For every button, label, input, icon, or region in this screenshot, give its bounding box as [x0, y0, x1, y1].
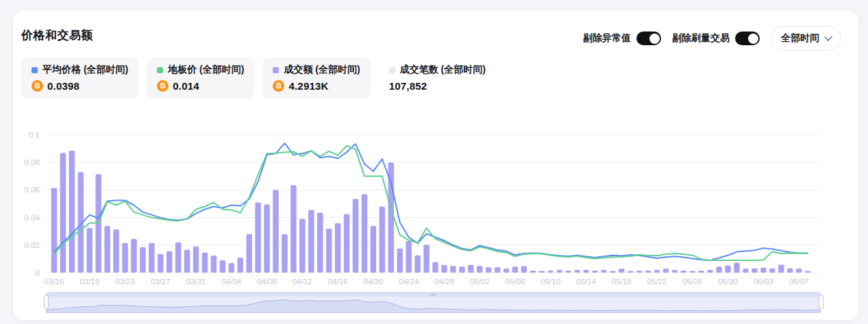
volume-bar[interactable] — [60, 153, 66, 273]
volume-bar[interactable] — [663, 269, 669, 273]
volume-bar[interactable] — [716, 266, 722, 273]
volume-bar[interactable] — [486, 267, 492, 273]
x-axis-tick-label: 04/28 — [434, 277, 454, 286]
volume-bar[interactable] — [636, 271, 643, 273]
volume-bar[interactable] — [654, 270, 660, 273]
volume-bar[interactable] — [645, 271, 652, 273]
volume-bar[interactable] — [734, 263, 740, 273]
x-axis-tick-label: 04/12 — [293, 277, 312, 286]
volume-bar[interactable] — [565, 271, 571, 273]
volume-bar[interactable] — [805, 271, 811, 273]
volume-bar[interactable] — [193, 247, 199, 273]
volume-bar[interactable] — [290, 185, 297, 273]
volume-bar[interactable] — [326, 229, 332, 273]
volume-bar[interactable] — [344, 214, 350, 273]
x-axis-tick-label: 03/15 — [45, 277, 64, 286]
volume-bar[interactable] — [495, 267, 501, 273]
brush-grip-icon[interactable] — [430, 293, 436, 296]
volume-bar[interactable] — [628, 271, 634, 273]
brush-handle-right[interactable] — [819, 295, 823, 309]
volume-bar[interactable] — [122, 243, 128, 273]
volume-bar[interactable] — [547, 271, 554, 273]
volume-bar[interactable] — [273, 190, 279, 273]
volume-bar[interactable] — [530, 271, 536, 273]
floor-price-line[interactable] — [54, 146, 808, 260]
volume-bar[interactable] — [698, 271, 704, 273]
volume-bar[interactable] — [317, 213, 323, 273]
volume-bar[interactable] — [362, 194, 368, 273]
x-axis-tick-label: 03/19 — [79, 277, 99, 286]
volume-bar[interactable] — [574, 270, 580, 273]
volume-bar[interactable] — [468, 265, 474, 273]
volume-bar[interactable] — [149, 243, 155, 273]
volume-bar[interactable] — [414, 256, 421, 273]
volume-bar[interactable] — [796, 269, 802, 273]
volume-bar[interactable] — [725, 266, 731, 273]
volume-bar[interactable] — [787, 269, 793, 273]
x-axis-tick-label: 04/20 — [363, 277, 383, 286]
volume-bar[interactable] — [441, 265, 447, 273]
volume-bar[interactable] — [423, 245, 430, 273]
volume-bar[interactable] — [282, 234, 288, 273]
volume-bar[interactable] — [211, 256, 217, 273]
brush-handle-left[interactable] — [44, 295, 49, 309]
volume-bar[interactable] — [175, 242, 181, 273]
volume-bar[interactable] — [610, 271, 616, 273]
volume-bar[interactable] — [672, 270, 678, 273]
volume-bar[interactable] — [743, 269, 749, 273]
volume-bar[interactable] — [69, 151, 75, 273]
volume-bar[interactable] — [681, 271, 687, 273]
volume-bar[interactable] — [707, 270, 713, 273]
volume-bar[interactable] — [380, 207, 386, 273]
volume-bar[interactable] — [158, 254, 164, 273]
volume-bar[interactable] — [760, 268, 767, 273]
volume-bar[interactable] — [512, 266, 519, 273]
volume-bar[interactable] — [504, 269, 510, 273]
brush-top-strip[interactable] — [46, 292, 821, 297]
volume-bar[interactable] — [202, 253, 208, 273]
volume-bar[interactable] — [769, 269, 776, 273]
x-axis-tick-label: 03/23 — [115, 277, 135, 286]
volume-bar[interactable] — [521, 266, 528, 273]
volume-bar[interactable] — [592, 271, 598, 273]
volume-bar[interactable] — [87, 228, 93, 273]
volume-bar[interactable] — [220, 260, 226, 273]
volume-bar[interactable] — [51, 188, 58, 273]
volume-bar[interactable] — [556, 270, 562, 273]
volume-bar[interactable] — [246, 234, 252, 273]
volume-bar[interactable] — [450, 266, 456, 273]
volume-bar[interactable] — [477, 266, 483, 273]
x-axis-tick-label: 05/30 — [718, 277, 738, 286]
volume-bar[interactable] — [752, 269, 758, 273]
volume-bar[interactable] — [299, 219, 306, 273]
avg-price-line[interactable] — [54, 143, 808, 260]
range-brush[interactable] — [46, 292, 821, 313]
volume-bar[interactable] — [184, 250, 190, 273]
volume-bar[interactable] — [371, 226, 377, 273]
volume-bar[interactable] — [459, 266, 465, 273]
volume-bar[interactable] — [335, 223, 341, 273]
volume-bar[interactable] — [406, 241, 412, 273]
price-volume-chart[interactable]: 00.020.040.060.080.103/1503/1903/2303/27… — [13, 10, 859, 291]
volume-bar[interactable] — [353, 199, 359, 273]
volume-bar[interactable] — [397, 249, 403, 273]
volume-bar[interactable] — [778, 265, 784, 273]
volume-bar[interactable] — [104, 226, 110, 273]
volume-bar[interactable] — [690, 271, 696, 273]
volume-bar[interactable] — [238, 258, 244, 273]
brush-minimap[interactable] — [46, 297, 821, 313]
volume-bar[interactable] — [601, 270, 607, 273]
volume-bar[interactable] — [229, 263, 235, 273]
volume-bar[interactable] — [539, 271, 545, 273]
volume-bar[interactable] — [583, 270, 589, 273]
volume-bar[interactable] — [308, 210, 314, 273]
volume-bar[interactable] — [140, 247, 146, 273]
volume-bar[interactable] — [113, 229, 119, 273]
volume-bar[interactable] — [166, 251, 173, 273]
volume-bar[interactable] — [619, 269, 625, 273]
volume-bar[interactable] — [255, 202, 261, 273]
x-axis-tick-label: 06/03 — [754, 277, 773, 286]
volume-bar[interactable] — [131, 239, 137, 273]
volume-bar[interactable] — [264, 205, 270, 273]
volume-bar[interactable] — [432, 262, 438, 273]
